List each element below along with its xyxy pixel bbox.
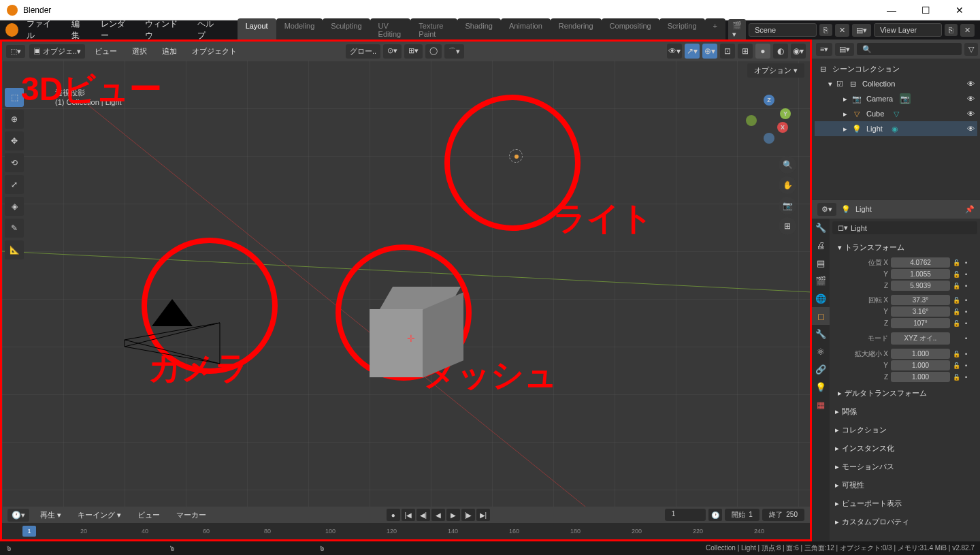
menu-add[interactable]: 追加 <box>157 44 182 59</box>
lock-icon[interactable]: 🔓 <box>953 374 962 381</box>
tab-sculpting[interactable]: Sculpting <box>323 18 370 42</box>
visibility-icon[interactable]: 👁▾ <box>667 44 682 59</box>
tab-modifier-icon[interactable]: 🔧 <box>812 325 830 343</box>
tab-compositing[interactable]: Compositing <box>602 18 659 42</box>
tab-render-icon[interactable]: 🔧 <box>812 219 830 236</box>
outliner-display-icon[interactable]: ▤▾ <box>835 43 854 56</box>
outliner-item-cube[interactable]: ▸ ▽ Cube ▽ 👁 <box>815 106 977 121</box>
light-data-icon[interactable]: ◉ <box>889 123 900 134</box>
tool-move[interactable]: ✥ <box>5 131 24 150</box>
tool-annotate[interactable]: ✎ <box>5 219 24 238</box>
overlay-icon[interactable]: ⊕▾ <box>702 44 717 59</box>
tool-scale[interactable]: ⤢ <box>5 175 24 194</box>
tab-scene-icon[interactable]: 🎬 <box>812 272 830 289</box>
section-viewport-display[interactable]: ▸ ビューポート表示 <box>830 494 980 513</box>
play-icon[interactable]: ▶ <box>446 509 460 521</box>
proportional-toggle[interactable]: ◯ <box>425 44 442 59</box>
menu-view[interactable]: ビュー <box>89 44 122 59</box>
clock-icon[interactable]: 🕐 <box>708 509 722 521</box>
end-frame-input[interactable]: 終了 250 <box>762 509 804 521</box>
xray-icon[interactable]: ⊡ <box>720 44 735 59</box>
layer-delete-icon[interactable]: ✕ <box>960 24 975 37</box>
play-reverse-icon[interactable]: ◀ <box>431 509 445 521</box>
autokey-icon[interactable]: ● <box>387 509 400 521</box>
section-custom-props[interactable]: ▸ カスタムプロパティ <box>830 513 980 531</box>
next-keyframe-icon[interactable]: |▶ <box>461 509 475 521</box>
lock-icon[interactable]: 🔓 <box>953 308 962 315</box>
section-transform[interactable]: ▾ トランスフォーム <box>835 238 975 257</box>
visibility-toggle[interactable]: 👁 <box>967 95 975 103</box>
rotation-z-input[interactable]: 107° <box>891 318 950 328</box>
tab-physics-icon[interactable]: ⚛ <box>812 343 830 360</box>
pivot-dropdown[interactable]: ⊙▾ <box>383 44 402 59</box>
scene-browse-icon[interactable]: 🎬▾ <box>728 19 746 41</box>
rotation-mode-dropdown[interactable]: XYZ オイ.. <box>891 332 950 345</box>
minimize-button[interactable]: — <box>878 0 905 20</box>
timeline-keying[interactable]: キーイング ▾ <box>72 508 127 522</box>
jump-start-icon[interactable]: |◀ <box>402 509 415 521</box>
tab-uv[interactable]: UV Editing <box>370 18 411 42</box>
menu-object[interactable]: オブジェクト <box>186 44 242 59</box>
navigation-gizmo[interactable]: Z Y X <box>742 95 796 149</box>
pin-icon[interactable]: 📌 <box>965 205 975 214</box>
properties-editor-icon[interactable]: ⚙▾ <box>817 203 836 216</box>
prev-keyframe-icon[interactable]: ◀| <box>416 509 430 521</box>
tab-scripting[interactable]: Scripting <box>659 18 705 42</box>
pan-icon[interactable]: ✋ <box>779 176 796 194</box>
tab-texture-icon[interactable]: ▦ <box>812 396 830 413</box>
lock-icon[interactable]: 🔓 <box>953 362 962 369</box>
scale-x-input[interactable]: 1.000 <box>891 349 950 359</box>
layer-new-icon[interactable]: ⎘ <box>945 24 958 36</box>
outliner-editor-icon[interactable]: ≡▾ <box>816 43 832 56</box>
timeline-editor-icon[interactable]: 🕐▾ <box>7 509 29 522</box>
tool-cursor[interactable]: ⊕ <box>5 110 24 129</box>
camera-view-icon[interactable]: 📷 <box>779 197 796 215</box>
viewlayer-input[interactable] <box>874 23 942 37</box>
lock-icon[interactable]: 🔓 <box>953 271 962 278</box>
tab-constraint-icon[interactable]: 🔗 <box>812 360 830 378</box>
scale-z-input[interactable]: 1.000 <box>891 372 950 382</box>
timeline-playback[interactable]: 再生 ▾ <box>35 508 67 522</box>
shading-wireframe-icon[interactable]: ⊞ <box>738 44 753 59</box>
scene-new-icon[interactable]: ⎘ <box>819 24 832 36</box>
outliner-item-camera[interactable]: ▸ 📷 Camera 📷 👁 <box>815 91 977 106</box>
tab-layout[interactable]: Layout <box>238 18 276 42</box>
close-button[interactable]: ✕ <box>946 0 973 20</box>
proportional-dropdown[interactable]: ⌒▾ <box>444 44 464 59</box>
outliner-collection[interactable]: ▾☑ ⊟ Collection 👁 <box>815 76 977 91</box>
section-instancing[interactable]: ▸ インスタンス化 <box>830 439 980 458</box>
blender-icon[interactable] <box>5 23 18 37</box>
perspective-icon[interactable]: ⊞ <box>779 217 796 235</box>
location-z-input[interactable]: 5.9039 <box>891 281 950 291</box>
lock-icon[interactable]: 🔓 <box>953 320 962 327</box>
tab-viewlayer-icon[interactable]: ▤ <box>812 254 830 272</box>
playhead[interactable]: 1 <box>22 526 36 537</box>
tab-add[interactable]: + <box>705 18 725 42</box>
location-x-input[interactable]: 4.0762 <box>891 257 950 268</box>
visibility-toggle[interactable]: 👁 <box>967 110 975 118</box>
current-frame-input[interactable]: 1 <box>665 509 706 521</box>
snap-toggle[interactable]: ⊞▾ <box>404 44 423 59</box>
shading-rendered-icon[interactable]: ◉▾ <box>791 44 806 59</box>
tool-transform[interactable]: ◈ <box>5 197 24 216</box>
section-visibility[interactable]: ▸ 可視性 <box>830 476 980 494</box>
rotation-y-input[interactable]: 3.16° <box>891 306 950 317</box>
section-collections[interactable]: ▸ コレクション <box>830 421 980 439</box>
layer-browse-icon[interactable]: ▤▾ <box>852 24 871 37</box>
zoom-icon[interactable]: 🔍 <box>779 156 796 174</box>
gizmo-icon[interactable]: ↗▾ <box>685 44 700 59</box>
timeline-marker[interactable]: マーカー <box>171 508 212 522</box>
shading-solid-icon[interactable]: ● <box>755 44 770 59</box>
outliner-item-light[interactable]: ▸ 💡 Light ◉ 👁 <box>815 121 977 136</box>
tab-modeling[interactable]: Modeling <box>276 18 323 42</box>
section-relations[interactable]: ▸ 関係 <box>830 402 980 421</box>
timeline-view[interactable]: ビュー <box>132 508 165 522</box>
tab-data-icon[interactable]: 💡 <box>812 378 830 396</box>
visibility-toggle[interactable]: 👁 <box>967 125 975 133</box>
mode-selector[interactable]: ▣ オブジェ..▾ <box>29 44 85 59</box>
lock-icon[interactable]: 🔓 <box>953 259 962 266</box>
outliner-filter-icon[interactable]: ▽ <box>964 43 978 56</box>
section-motionpaths[interactable]: ▸ モーションパス <box>830 458 980 476</box>
tab-animation[interactable]: Animation <box>501 18 551 42</box>
shading-material-icon[interactable]: ◐ <box>773 44 788 59</box>
